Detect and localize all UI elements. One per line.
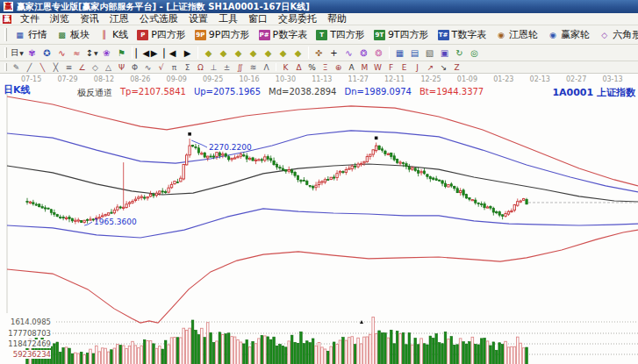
gann-flower-icon[interactable]: ✾	[25, 46, 39, 60]
purple-flower-icon[interactable]: ❀	[99, 46, 114, 60]
red-wave2-icon[interactable]: ≈	[69, 46, 84, 60]
toolbar-button-quotes-grid[interactable]: ▦行情	[10, 27, 52, 42]
menu-item-7[interactable]: 工具	[213, 12, 243, 25]
w-indicator-icon[interactable]: W	[371, 62, 384, 73]
cross-lines-icon[interactable]: ╳	[49, 62, 62, 73]
menu-item-5[interactable]: 公式选股	[134, 12, 183, 25]
toolbar-button-gann-wheel[interactable]: ◉江恩轮	[491, 27, 542, 42]
j-indicator-icon[interactable]: J	[411, 62, 424, 73]
diamond-tool-icon[interactable]: ◇	[89, 62, 102, 73]
gann-fan-5-icon[interactable]: ◆	[261, 46, 276, 60]
toolbar-button-p-square[interactable]: PP四方形	[133, 27, 190, 42]
gann-fan-1-icon[interactable]: ◆	[201, 46, 216, 60]
lambda-tool-icon[interactable]: Λ	[260, 62, 273, 73]
symbol-label[interactable]: 1A0001 上证指数	[552, 86, 635, 99]
red-wave-icon[interactable]: ∿	[54, 46, 69, 60]
toolbar-button-t-square[interactable]: TT四方形	[312, 27, 369, 42]
drag-hand-icon[interactable]: ✜	[312, 46, 326, 60]
updown-arrow-icon[interactable]: ↕▼	[84, 46, 99, 60]
angle-tool-icon[interactable]: ∠	[75, 62, 89, 73]
goto-end-icon[interactable]: ▶▕	[150, 46, 165, 60]
menu-item-10[interactable]: 帮助	[322, 12, 352, 25]
toolbar-button-t-number-table[interactable]: T#T数字表	[434, 27, 491, 42]
percent-indicator-icon[interactable]: %	[305, 62, 319, 73]
menu-item-3[interactable]: 资讯	[75, 12, 104, 25]
step-forward-icon[interactable]: ▶	[180, 46, 195, 60]
toolbar-button-nine-t-square[interactable]: 9T9T四方形	[369, 27, 434, 42]
t-square-icon: T	[316, 30, 327, 40]
menu-item-2[interactable]: 浏览	[45, 12, 75, 25]
menu-item-8[interactable]: 窗口	[243, 12, 273, 25]
toolbar-button-nine-p-square[interactable]: 9P9P四方形	[190, 27, 254, 42]
gann-fan-2-icon[interactable]: ◆	[216, 46, 231, 60]
down-arrow-indicator-icon[interactable]: ↘	[437, 62, 450, 73]
menu-item-9[interactable]: 交易委托	[273, 12, 322, 25]
p-square-icon: P	[137, 30, 148, 40]
zigzag-tool-icon[interactable]: ∿	[341, 46, 356, 60]
parallel-lines-icon[interactable]: ≡	[62, 62, 75, 73]
up-arrow-indicator-icon[interactable]: ↗	[424, 62, 437, 73]
crosshair-icon[interactable]: +	[326, 46, 341, 60]
triangle-tool-icon[interactable]: △	[102, 62, 115, 73]
plusminus-tool-icon[interactable]: ±	[220, 62, 233, 73]
panel-icon[interactable]: ▧	[422, 46, 437, 60]
calendar-icon[interactable]: ▦	[392, 46, 407, 60]
gann-fan-7-icon[interactable]: ◆	[290, 46, 305, 60]
gann-wheel-icon: ◉	[495, 30, 506, 40]
oplus-indicator-icon[interactable]: ⊕	[332, 62, 345, 73]
toolbar-button-label: T数字表	[452, 28, 487, 41]
e-indicator-icon[interactable]: E	[398, 62, 411, 73]
f-indicator-icon[interactable]: F	[384, 62, 398, 73]
gann-fan-4-icon[interactable]: ◆	[246, 46, 261, 60]
delta-indicator-icon[interactable]: Δ	[292, 62, 305, 73]
chart-area[interactable]: 2270.22001965.3600 07-1507-2908-1208-260…	[0, 74, 638, 364]
menu-item-4[interactable]: 江恩	[104, 12, 134, 25]
trend-line-icon[interactable]: ╱	[23, 62, 36, 73]
volume-axis-label-1: 1614.0985	[2, 318, 51, 326]
circle-tool-icon[interactable]: Φ	[128, 62, 141, 73]
sqrt-tool-icon[interactable]: √	[154, 62, 168, 73]
save-icon[interactable]: ▣	[437, 46, 452, 60]
integral-tool-icon[interactable]: ∬	[233, 62, 247, 73]
pane-label-daily-kline[interactable]: 日K线	[4, 83, 31, 96]
step-back-icon[interactable]: ◀	[165, 46, 180, 60]
wheel-purple-icon[interactable]: ❂	[356, 46, 371, 60]
goto-start-icon[interactable]: ▏◀	[135, 46, 150, 60]
down-line-icon[interactable]: ╲	[36, 62, 49, 73]
kline-indicator-icon[interactable]: K	[279, 62, 292, 73]
refresh-icon[interactable]: ↻	[452, 46, 467, 60]
pi-tool-icon[interactable]: π	[168, 62, 181, 73]
sum-tool-icon[interactable]: Σ	[181, 62, 194, 73]
a-indicator-icon[interactable]: A	[345, 62, 358, 73]
toolbar-separator	[389, 46, 390, 59]
toolbar-button-kline[interactable]: ║K线	[94, 27, 133, 42]
toolbar-button-winner-wheel[interactable]: ◉赢家轮	[542, 27, 594, 42]
perpendicular-tool-icon[interactable]: ⊥	[207, 62, 220, 73]
cycle-ring-icon[interactable]: ✪	[39, 46, 54, 60]
waves-tool-icon[interactable]: ≋	[247, 62, 260, 73]
gann-fan-6-icon[interactable]: ◆	[276, 46, 290, 60]
m-indicator-icon[interactable]: M	[358, 62, 371, 73]
pitchfork-tool-icon[interactable]: Ψ	[115, 62, 128, 73]
menu-item-1[interactable]: 文件	[15, 12, 45, 25]
pencil-tool-icon[interactable]: ✎	[10, 62, 23, 73]
wave-tool-icon[interactable]: ∿	[141, 62, 154, 73]
menu-logo-icon: 赢	[3, 15, 11, 24]
user-search-icon[interactable]: ◎	[467, 46, 482, 60]
toolbar-draw: ✎╱╲╳≡∠◇△ΨΦ∿√πΣΩ⊥±∬≋ΛKΔ%Ξ⊕AMWFEJ↗↘Z	[0, 61, 638, 74]
flag-icon[interactable]: ⚑	[114, 46, 129, 60]
calculator-icon[interactable]: ▤	[407, 46, 422, 60]
kline-icon: ║	[98, 30, 110, 40]
toolbar-separator	[197, 46, 198, 59]
toolbar-button-hexagon[interactable]: ◇六角形	[594, 27, 638, 42]
xi-indicator-icon[interactable]: Ξ	[319, 62, 332, 73]
toolbar-button-sectors[interactable]: ▩板块	[52, 27, 94, 42]
menu-item-6[interactable]: 设置	[183, 12, 213, 25]
toolbar-button-p-number-table[interactable]: P#P数字表	[254, 27, 312, 42]
period-daily-selector[interactable]: 日▼	[10, 46, 25, 60]
wheel-pink-icon[interactable]: ❂	[371, 46, 386, 60]
kline-chart-canvas[interactable]: 2270.22001965.3600	[0, 74, 638, 364]
z-indicator-icon[interactable]: Z	[450, 62, 463, 73]
ohm-tool-icon[interactable]: Ω	[194, 62, 207, 73]
gann-fan-3-icon[interactable]: ◆	[231, 46, 246, 60]
